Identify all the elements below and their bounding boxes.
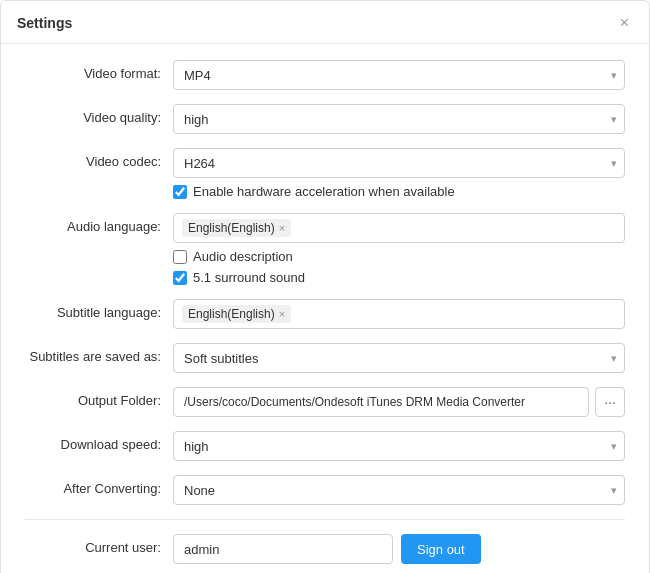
close-button[interactable]: ×	[616, 13, 633, 33]
section-divider	[25, 519, 625, 520]
audio-description-row: Audio description	[173, 249, 625, 264]
audio-language-tag-input: English(English) ×	[173, 213, 625, 243]
audio-language-row: Audio language: English(English) × Audio…	[25, 213, 625, 285]
current-user-control: Sign out	[173, 534, 625, 564]
video-format-row: Video format: MP4 MOV MKV ▾	[25, 60, 625, 90]
surround-sound-label: 5.1 surround sound	[193, 270, 305, 285]
video-format-select-wrapper: MP4 MOV MKV ▾	[173, 60, 625, 90]
surround-sound-checkbox[interactable]	[173, 271, 187, 285]
video-codec-row: Video codec: H264 H265 VP9 ▾ Enable hard…	[25, 148, 625, 199]
video-codec-label: Video codec:	[25, 148, 173, 169]
video-codec-select[interactable]: H264 H265 VP9	[173, 148, 625, 178]
download-speed-row: Download speed: high medium low ▾	[25, 431, 625, 461]
title-bar: Settings ×	[1, 1, 649, 44]
audio-description-label: Audio description	[193, 249, 293, 264]
surround-sound-row: 5.1 surround sound	[173, 270, 625, 285]
current-user-label: Current user:	[25, 534, 173, 555]
video-quality-row: Video quality: high medium low ▾	[25, 104, 625, 134]
download-speed-select[interactable]: high medium low	[173, 431, 625, 461]
subtitles-saved-as-select-wrapper: Soft subtitles Hard subtitles External S…	[173, 343, 625, 373]
audio-language-label: Audio language:	[25, 213, 173, 234]
subtitle-language-tag-text: English(English)	[188, 307, 275, 321]
subtitle-language-row: Subtitle language: English(English) ×	[25, 299, 625, 329]
audio-language-tag-text: English(English)	[188, 221, 275, 235]
audio-language-tag-close[interactable]: ×	[279, 223, 285, 234]
video-format-control: MP4 MOV MKV ▾	[173, 60, 625, 90]
sign-out-button[interactable]: Sign out	[401, 534, 481, 564]
output-folder-label: Output Folder:	[25, 387, 173, 408]
current-user-input[interactable]	[173, 534, 393, 564]
video-quality-select[interactable]: high medium low	[173, 104, 625, 134]
video-quality-control: high medium low ▾	[173, 104, 625, 134]
audio-description-checkbox[interactable]	[173, 250, 187, 264]
output-folder-browse-button[interactable]: ···	[595, 387, 625, 417]
subtitle-language-tag: English(English) ×	[182, 305, 291, 323]
subtitle-language-tag-input: English(English) ×	[173, 299, 625, 329]
after-converting-select[interactable]: None Open folder Shut down	[173, 475, 625, 505]
current-user-input-group: Sign out	[173, 534, 625, 564]
subtitle-language-control: English(English) ×	[173, 299, 625, 329]
video-codec-control: H264 H265 VP9 ▾ Enable hardware accelera…	[173, 148, 625, 199]
hardware-acceleration-label: Enable hardware acceleration when availa…	[193, 184, 455, 199]
subtitle-language-tag-close[interactable]: ×	[279, 309, 285, 320]
output-folder-control: ···	[173, 387, 625, 417]
video-format-label: Video format:	[25, 60, 173, 81]
hardware-acceleration-checkbox[interactable]	[173, 185, 187, 199]
settings-dialog: Settings × Video format: MP4 MOV MKV ▾ V…	[0, 0, 650, 573]
after-converting-row: After Converting: None Open folder Shut …	[25, 475, 625, 505]
download-speed-select-wrapper: high medium low ▾	[173, 431, 625, 461]
hardware-acceleration-row: Enable hardware acceleration when availa…	[173, 184, 625, 199]
dialog-title: Settings	[17, 15, 72, 31]
after-converting-label: After Converting:	[25, 475, 173, 496]
output-folder-path-row: ···	[173, 387, 625, 417]
video-quality-label: Video quality:	[25, 104, 173, 125]
output-folder-input[interactable]	[173, 387, 589, 417]
download-speed-control: high medium low ▾	[173, 431, 625, 461]
video-codec-select-wrapper: H264 H265 VP9 ▾	[173, 148, 625, 178]
settings-content: Video format: MP4 MOV MKV ▾ Video qualit…	[1, 44, 649, 573]
subtitles-saved-as-label: Subtitles are saved as:	[25, 343, 173, 364]
after-converting-control: None Open folder Shut down ▾	[173, 475, 625, 505]
download-speed-label: Download speed:	[25, 431, 173, 452]
video-quality-select-wrapper: high medium low ▾	[173, 104, 625, 134]
output-folder-row: Output Folder: ···	[25, 387, 625, 417]
audio-language-tag: English(English) ×	[182, 219, 291, 237]
audio-language-control: English(English) × Audio description 5.1…	[173, 213, 625, 285]
current-user-row: Current user: Sign out	[25, 534, 625, 564]
subtitles-saved-as-row: Subtitles are saved as: Soft subtitles H…	[25, 343, 625, 373]
subtitles-saved-as-select[interactable]: Soft subtitles Hard subtitles External S…	[173, 343, 625, 373]
video-format-select[interactable]: MP4 MOV MKV	[173, 60, 625, 90]
subtitle-language-label: Subtitle language:	[25, 299, 173, 320]
subtitles-saved-as-control: Soft subtitles Hard subtitles External S…	[173, 343, 625, 373]
after-converting-select-wrapper: None Open folder Shut down ▾	[173, 475, 625, 505]
